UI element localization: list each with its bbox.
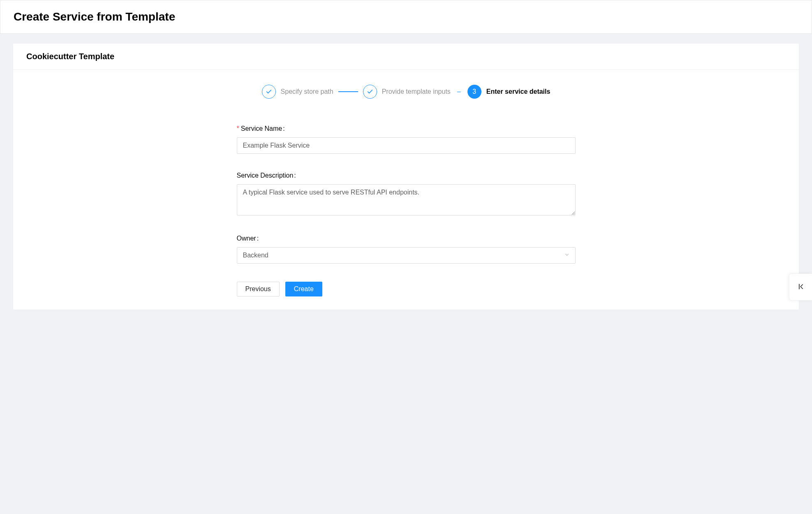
check-icon — [363, 85, 377, 99]
stepper: Specify store path Provide template inpu… — [26, 85, 786, 99]
previous-button[interactable]: Previous — [237, 282, 280, 296]
service-name-label: *Service Name: — [237, 125, 576, 132]
step-label: Provide template inputs — [382, 88, 451, 95]
form-group-service-name: *Service Name: — [237, 125, 576, 154]
check-icon — [262, 85, 276, 99]
step-number: 3 — [472, 88, 476, 95]
step-enter-service-details[interactable]: 3 Enter service details — [467, 85, 551, 99]
step-number-badge: 3 — [467, 85, 481, 99]
step-label: Enter service details — [486, 88, 551, 95]
collapse-panel-button[interactable] — [789, 273, 812, 301]
chevron-first-icon — [797, 282, 805, 292]
card-title: Cookiecutter Template — [26, 52, 786, 61]
page-title: Create Service from Template — [14, 10, 798, 23]
owner-select[interactable]: Backend — [237, 247, 576, 264]
card-body: Specify store path Provide template inpu… — [13, 70, 799, 310]
label-colon: : — [283, 125, 285, 132]
service-description-input[interactable] — [237, 184, 576, 215]
card-header: Cookiecutter Template — [13, 44, 799, 70]
required-mark: * — [237, 125, 239, 132]
label-colon: : — [257, 235, 259, 242]
form-group-owner: Owner: Backend — [237, 235, 576, 264]
template-card: Cookiecutter Template Specify store path… — [13, 44, 799, 310]
owner-label: Owner: — [237, 235, 576, 242]
label-text: Service Description — [237, 172, 294, 179]
button-row: Previous Create — [237, 282, 576, 296]
step-connector: – — [456, 88, 463, 95]
service-name-input[interactable] — [237, 137, 576, 154]
step-connector — [338, 91, 358, 92]
form-area: *Service Name: Service Description: Owne… — [237, 125, 576, 296]
label-colon: : — [294, 172, 296, 179]
label-text: Service Name — [241, 125, 282, 132]
content-wrapper: Cookiecutter Template Specify store path… — [0, 34, 812, 320]
label-text: Owner — [237, 235, 256, 242]
owner-select-wrapper: Backend — [237, 247, 576, 264]
form-group-service-description: Service Description: — [237, 172, 576, 217]
page-header: Create Service from Template — [0, 0, 812, 34]
create-button[interactable]: Create — [285, 282, 322, 296]
step-provide-template-inputs[interactable]: Provide template inputs — [363, 85, 451, 99]
step-label: Specify store path — [281, 88, 333, 95]
service-description-label: Service Description: — [237, 172, 576, 179]
step-specify-store-path[interactable]: Specify store path — [262, 85, 333, 99]
